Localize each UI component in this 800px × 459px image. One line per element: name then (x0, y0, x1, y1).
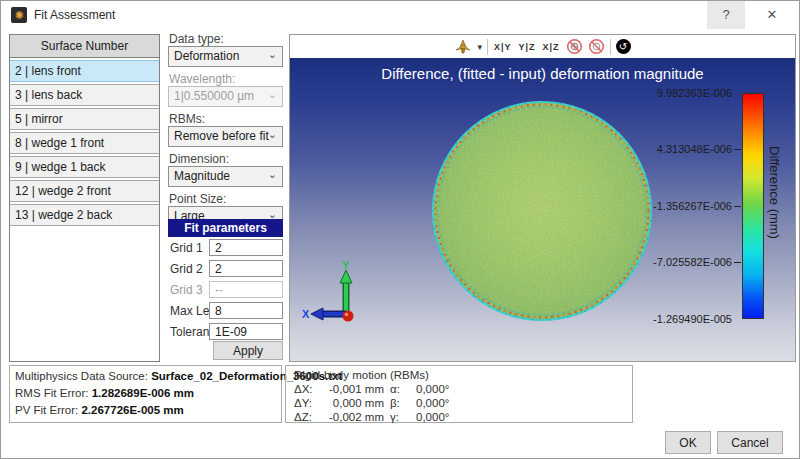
x-axis-label: X (302, 308, 310, 320)
colorbar-tick-label: -1.269490E-005 (642, 313, 732, 325)
colorbar (742, 93, 764, 319)
max-level-input[interactable] (209, 302, 283, 319)
rbm-values-grid: ΔX: -0,001 mm α: 0,000° ΔY: 0,000 mm β: … (294, 383, 632, 423)
surface-row-lens-back[interactable]: 3 | lens back (10, 84, 159, 106)
caret-down-icon[interactable]: ▾ (477, 42, 482, 52)
rbm-gamma-value: 0,000° (416, 411, 468, 423)
z-axis-origin-dot (343, 311, 354, 322)
orientation-widget-icon[interactable] (454, 39, 472, 55)
wavelength-label: Wavelength: (169, 72, 235, 86)
disable-rotation-icon[interactable] (566, 38, 583, 55)
view-yz-button[interactable]: Y|Z (518, 42, 537, 52)
rbm-panel: Rigid-body motion (RBMs) ΔX: -0,001 mm α… (285, 365, 633, 423)
rbms-label: RBMs: (169, 112, 205, 126)
fit-parameters-header: Fit parameters (168, 219, 283, 237)
viewer-panel: ▾ X|Y Y|Z X|Z ↺ Difference, (fitted - in… (289, 34, 796, 362)
colorbar-tick (734, 206, 741, 207)
surface-row-wedge1-front[interactable]: 8 | wedge 1 front (10, 132, 159, 154)
colorbar-tick-label: -7.025582E-006 (642, 256, 732, 268)
grid2-input[interactable] (209, 260, 283, 277)
data-source-line: Multiphysics Data Source: Surface_02_Def… (15, 370, 281, 382)
rbm-beta-label: β: (390, 397, 416, 409)
fit-results-panel: Multiphysics Data Source: Surface_02_Def… (9, 365, 282, 423)
rbm-alpha-label: α: (390, 383, 416, 395)
point-size-label: Point Size: (169, 192, 226, 206)
reset-view-icon[interactable]: ↺ (616, 39, 631, 54)
rbm-alpha-value: 0,000° (416, 383, 468, 395)
rbm-gamma-label: γ: (390, 411, 416, 423)
colorbar-tick (734, 262, 741, 263)
surface-row-lens-front[interactable]: 2 | lens front (10, 60, 159, 82)
rbm-title: Rigid-body motion (RBMs) (294, 369, 632, 381)
rbm-dx-label: ΔX: (294, 383, 318, 395)
rbm-dz-label: ΔZ: (294, 411, 318, 423)
fit-assessment-dialog: ✺ Fit Assessment ? ✕ Surface Number 2 | … (0, 0, 800, 459)
chevron-down-icon: ⌄ (268, 85, 277, 104)
surface-row-wedge1-back[interactable]: 9 | wedge 1 back (10, 156, 159, 178)
dimension-select[interactable]: Magnitude ⌄ (168, 166, 283, 187)
rms-fit-error-value: 1.282689E-006 mm (92, 387, 194, 399)
surface-row-mirror[interactable]: 5 | mirror (10, 108, 159, 130)
pv-fit-error-line: PV Fit Error: 2.267726E-005 mm (15, 404, 281, 416)
cancel-button[interactable]: Cancel (717, 431, 783, 454)
colorbar-tick-label: -1.356267E-006 (642, 200, 732, 212)
rbm-dy-label: ΔY: (294, 397, 318, 409)
tolerance-input[interactable] (209, 323, 283, 340)
pv-fit-error-value: 2.267726E-005 mm (81, 404, 183, 416)
plot-area[interactable]: Difference, (fitted - input) deformation… (290, 58, 795, 361)
data-source-label: Multiphysics Data Source: (15, 370, 148, 382)
chevron-down-icon: ⌄ (268, 45, 277, 64)
grid3-input (209, 281, 283, 298)
toolbar-separator (610, 39, 611, 55)
rbm-dy-value: 0,000 mm (318, 397, 390, 409)
rbm-dx-value: -0,001 mm (318, 383, 390, 395)
ok-button[interactable]: OK (665, 431, 711, 454)
apply-button[interactable]: Apply (213, 341, 283, 360)
chevron-down-icon: ⌄ (268, 125, 277, 144)
data-type-value: Deformation (174, 49, 239, 63)
dimension-value: Magnitude (174, 169, 230, 183)
wavelength-value: 1|0.550000 μm (174, 89, 254, 103)
app-icon: ✺ (11, 7, 27, 23)
chevron-down-icon: ⌄ (268, 165, 277, 184)
disable-spin-icon[interactable] (588, 38, 605, 55)
pv-fit-error-label: PV Fit Error: (15, 404, 78, 416)
close-button[interactable]: ✕ (753, 1, 791, 29)
view-xy-button[interactable]: X|Y (493, 42, 513, 52)
data-type-select[interactable]: Deformation ⌄ (168, 46, 283, 67)
rms-fit-error-label: RMS Fit Error: (15, 387, 88, 399)
help-button[interactable]: ? (707, 1, 745, 29)
view-xz-button[interactable]: X|Z (542, 42, 561, 52)
grid1-input[interactable] (209, 239, 283, 256)
colorbar-tick-label: 4.313048E-006 (642, 143, 732, 155)
colorbar-axis-label: Difference (mm) (767, 146, 782, 326)
toolbar-separator (487, 39, 488, 55)
surface-number-table: Surface Number 2 | lens front 3 | lens b… (9, 34, 160, 362)
rbms-select[interactable]: Remove before fit ⌄ (168, 126, 283, 147)
plot-title: Difference, (fitted - input) deformation… (290, 65, 795, 82)
dimension-label: Dimension: (169, 152, 229, 166)
rbms-value: Remove before fit (174, 129, 269, 143)
window-title: Fit Assessment (34, 8, 115, 22)
surface-row-wedge2-front[interactable]: 12 | wedge 2 front (10, 180, 159, 202)
deformation-point-cloud (430, 99, 654, 323)
rms-fit-error-line: RMS Fit Error: 1.282689E-006 mm (15, 387, 281, 399)
rbm-beta-value: 0,000° (416, 397, 468, 409)
viewer-toolbar: ▾ X|Y Y|Z X|Z ↺ (290, 35, 795, 58)
data-type-label: Data type: (169, 32, 224, 46)
surface-table-header: Surface Number (10, 35, 159, 58)
grid1-label: Grid 1 (170, 241, 203, 255)
surface-row-wedge2-back[interactable]: 13 | wedge 2 back (10, 204, 159, 226)
colorbar-tick-label: 9.982363E-006 (642, 87, 732, 99)
grid3-label: Grid 3 (170, 283, 203, 297)
axis-triad: Y X (300, 256, 374, 330)
grid2-label: Grid 2 (170, 262, 203, 276)
colorbar-tick (734, 149, 741, 150)
title-bar: ✺ Fit Assessment ? ✕ (1, 1, 799, 29)
rbm-dz-value: -0,002 mm (318, 411, 390, 423)
wavelength-select: 1|0.550000 μm ⌄ (168, 86, 283, 107)
